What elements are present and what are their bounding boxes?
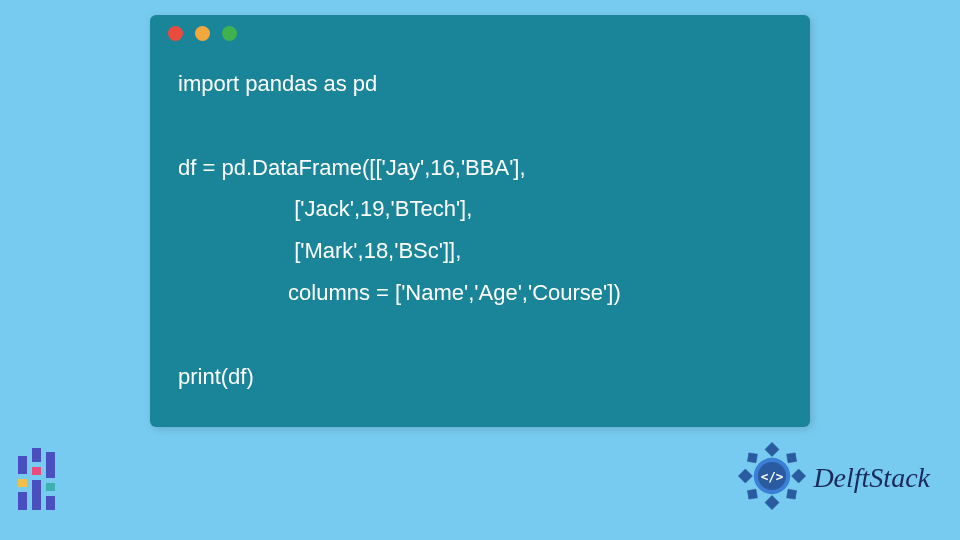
brand-logo: </> DelftStack bbox=[737, 441, 930, 515]
brand-name: DelftStack bbox=[813, 462, 930, 494]
svg-marker-0 bbox=[765, 442, 779, 456]
svg-marker-2 bbox=[739, 469, 753, 483]
code-window: import pandas as pd df = pd.DataFrame([[… bbox=[150, 15, 810, 427]
svg-marker-1 bbox=[765, 496, 779, 510]
window-titlebar bbox=[150, 15, 810, 51]
brand-mark-icon: </> bbox=[737, 441, 807, 515]
svg-marker-7 bbox=[787, 489, 797, 499]
svg-marker-3 bbox=[792, 469, 806, 483]
minimize-icon bbox=[195, 26, 210, 41]
svg-marker-4 bbox=[748, 453, 758, 463]
code-block: import pandas as pd df = pd.DataFrame([[… bbox=[150, 51, 810, 427]
svg-text:</>: </> bbox=[761, 469, 784, 484]
maximize-icon bbox=[222, 26, 237, 41]
left-logo-icon bbox=[18, 448, 55, 510]
svg-marker-5 bbox=[787, 453, 797, 463]
close-icon bbox=[168, 26, 183, 41]
svg-marker-6 bbox=[748, 489, 758, 499]
